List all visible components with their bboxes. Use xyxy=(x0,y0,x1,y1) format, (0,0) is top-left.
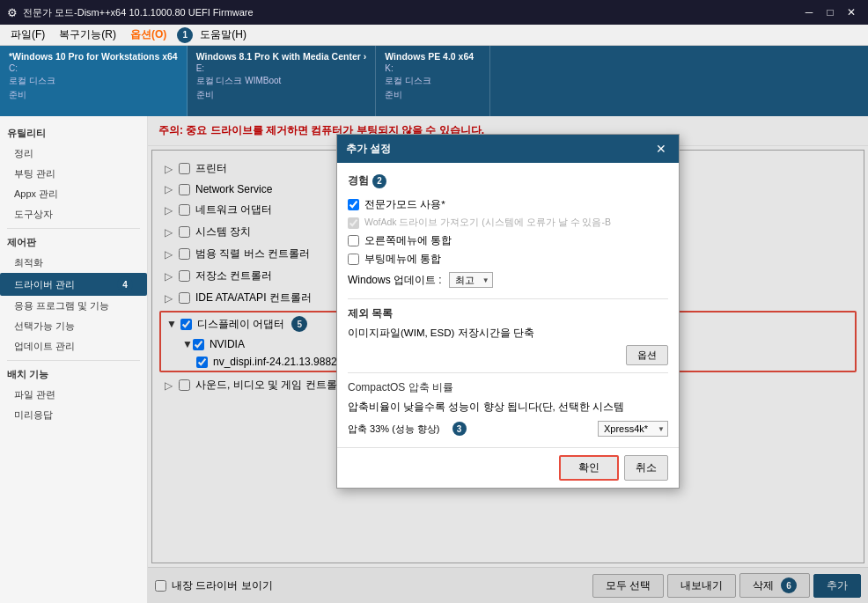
checkbox-wofadk[interactable] xyxy=(348,217,359,229)
sidebar-item-cleanup[interactable]: 정리 xyxy=(0,143,147,164)
dialog-overlay: 추가 설정 ✕ 경험 2 전문가모드 사용* xyxy=(148,116,868,603)
dialog-row-boot-menu: 부팅메뉴에 통합 xyxy=(348,250,668,268)
label-expert-mode: 전문가모드 사용* xyxy=(364,198,445,211)
dialog-title: 추가 설정 xyxy=(346,142,391,157)
tab1-status: 준비 xyxy=(9,89,178,101)
header-tab-3[interactable]: Windows PE 4.0 x64 K: 로컬 디스크 준비 xyxy=(376,46,490,116)
dialog-titlebar: 추가 설정 ✕ xyxy=(337,135,679,163)
titlebar: ⚙ 전문가 모드-Dism++x64 10.1.1000.80 UEFI Fir… xyxy=(0,0,868,25)
dialog-content: 경험 2 전문가모드 사용* WofAdk 드라이브 가져오기 (시스템에 오류… xyxy=(337,163,679,447)
sidebar-item-update-mgr[interactable]: 업데이트 관리 xyxy=(0,336,147,357)
windows-update-select-wrapper: 최고 중간 낮음 없음 xyxy=(449,272,493,288)
compress-label: 압축 33% (성능 향상) xyxy=(348,423,440,436)
minimize-button[interactable]: ─ xyxy=(799,4,819,21)
dialog-exclusion-description: 이미지파일(WIM, ESD) 저장시간을 단축 xyxy=(348,325,668,342)
dialog-footer: 확인 취소 xyxy=(337,447,679,488)
badge-3: 3 xyxy=(452,422,467,436)
window-controls: ─ □ ✕ xyxy=(799,4,861,21)
dialog-section-compact: CompactOS 압축 비률 압축비율이 낮을수록 성능이 향상 됩니다(단,… xyxy=(348,380,668,437)
header-tabs: *Windows 10 Pro for Workstations x64 C: … xyxy=(0,46,868,116)
header-tab-2[interactable]: Windows 8.1 Pro K with Media Center › E:… xyxy=(188,46,377,116)
dialog-row-wofadk: WofAdk 드라이브 가져오기 (시스템에 오류가 날 수 있음-B xyxy=(348,214,668,232)
badge-2: 2 xyxy=(372,174,386,188)
menubar: 파일(F) 복구기능(R) 옵션(O) 1 도움말(H) xyxy=(0,25,868,46)
dialog-section-exclusion: 제외 목록 이미지파일(WIM, ESD) 저장시간을 단축 옵션 xyxy=(348,306,668,365)
label-right-menu: 오른쪽메뉴에 통합 xyxy=(364,234,452,247)
tab3-drive: K: xyxy=(385,63,481,73)
dialog-ok-button[interactable]: 확인 xyxy=(559,455,619,481)
sidebar-item-driver-mgr[interactable]: 드라이버 관리 4 xyxy=(0,273,147,296)
menu-badge-1: 1 xyxy=(177,27,193,43)
maximize-button[interactable]: □ xyxy=(820,4,840,21)
window-title: 전문가 모드-Dism++x64 10.1.1000.80 UEFI Firmw… xyxy=(23,6,799,19)
compress-select-wrapper: Xpress4k* Xpress8k Xpress16k LZX xyxy=(598,421,668,437)
menu-options[interactable]: 옵션(O) xyxy=(123,26,173,44)
dialog-section-experience: 경험 2 전문가모드 사용* WofAdk 드라이브 가져오기 (시스템에 오류… xyxy=(348,173,668,291)
app-icon: ⚙ xyxy=(7,6,18,19)
sidebar-item-recovery[interactable]: 미리응답 xyxy=(0,405,147,425)
menu-restore[interactable]: 복구기능(R) xyxy=(52,26,123,44)
sidebar-item-file-related[interactable]: 파일 관련 xyxy=(0,385,147,405)
tab1-type: 로컬 디스크 xyxy=(9,75,178,87)
tab1-title: *Windows 10 Pro for Workstations x64 xyxy=(9,51,178,62)
checkbox-boot-menu[interactable] xyxy=(348,254,359,265)
tab1-drive: C: xyxy=(9,63,178,73)
dialog-section-experience-title: 경험 2 xyxy=(348,173,668,188)
checkbox-expert-mode[interactable] xyxy=(348,199,359,210)
sidebar-item-optional-features[interactable]: 선택가능 기능 xyxy=(0,316,147,336)
close-button[interactable]: ✕ xyxy=(842,4,861,21)
dialog-compress-row: 압축 33% (성능 향상) 3 Xpress4k* Xpress8k Xpre… xyxy=(348,421,668,437)
tab2-title: Windows 8.1 Pro K with Media Center › xyxy=(196,51,367,62)
dialog-row-right-menu: 오른쪽메뉴에 통합 xyxy=(348,232,668,250)
dialog-options-button[interactable]: 옵션 xyxy=(626,345,668,365)
header-tab-1[interactable]: *Windows 10 Pro for Workstations x64 C: … xyxy=(0,46,188,116)
tab3-status: 준비 xyxy=(385,89,481,101)
compress-select[interactable]: Xpress4k* Xpress8k Xpress16k LZX xyxy=(598,421,668,437)
tab3-title: Windows PE 4.0 x64 xyxy=(385,51,481,62)
windows-update-select[interactable]: 최고 중간 낮음 없음 xyxy=(449,272,493,288)
dialog-windows-update-row: Windows 업데이트 : 최고 중간 낮음 없음 xyxy=(348,268,668,291)
sidebar-badge-4: 4 xyxy=(117,276,133,292)
dialog-cancel-button[interactable]: 취소 xyxy=(624,455,668,481)
sidebar-section-control: 제어판 xyxy=(0,232,147,253)
sidebar-divider-2 xyxy=(7,360,140,361)
tab2-drive: E: xyxy=(196,63,367,73)
dialog-compress-description: 압축비율이 낮을수록 성능이 향상 됩니다(단, 선택한 시스템 xyxy=(348,399,668,415)
windows-update-label: Windows 업데이트 : xyxy=(348,273,442,288)
dialog-compress-title: CompactOS 압축 비률 xyxy=(348,380,668,395)
label-boot-menu: 부팅메뉴에 통합 xyxy=(364,253,441,266)
dialog-divider-1 xyxy=(348,298,668,299)
main-layout: 유틸리티 정리 부팅 관리 Appx 관리 도구상자 제어판 최적화 드라이버 … xyxy=(0,116,868,603)
checkbox-right-menu[interactable] xyxy=(348,235,359,246)
menu-file[interactable]: 파일(F) xyxy=(4,26,52,44)
extra-settings-dialog: 추가 설정 ✕ 경험 2 전문가모드 사용* xyxy=(336,134,680,489)
sidebar-item-appx-mgr[interactable]: Appx 관리 xyxy=(0,184,147,204)
label-wofadk: WofAdk 드라이브 가져오기 (시스템에 오류가 날 수 있음-B xyxy=(364,217,611,229)
sidebar-item-app-features[interactable]: 응용 프로그램 및 기능 xyxy=(0,296,147,316)
sidebar-divider-1 xyxy=(7,228,140,229)
tab2-type: 로컬 디스크 WIMBoot xyxy=(196,75,367,87)
tab2-status: 준비 xyxy=(196,89,367,101)
sidebar-section-batch: 배치 기능 xyxy=(0,364,147,385)
sidebar-item-tools[interactable]: 도구상자 xyxy=(0,204,147,224)
dialog-divider-2 xyxy=(348,372,668,373)
sidebar: 유틸리티 정리 부팅 관리 Appx 관리 도구상자 제어판 최적화 드라이버 … xyxy=(0,116,148,603)
dialog-close-button[interactable]: ✕ xyxy=(652,140,670,158)
dialog-section-exclusion-title: 제외 목록 xyxy=(348,306,668,321)
sidebar-item-boot-mgr[interactable]: 부팅 관리 xyxy=(0,164,147,184)
tab3-type: 로컬 디스크 xyxy=(385,75,481,87)
sidebar-section-utility: 유틸리티 xyxy=(0,123,147,143)
sidebar-item-optimize[interactable]: 최적화 xyxy=(0,253,147,273)
content-area: 주의: 중요 드라이브를 제거하면 컴퓨터가 부팅되지 않을 수 있습니다. ▷… xyxy=(148,116,868,603)
menu-help[interactable]: 도움말(H) xyxy=(193,26,254,44)
dialog-row-expert-mode: 전문가모드 사용* xyxy=(348,195,668,214)
